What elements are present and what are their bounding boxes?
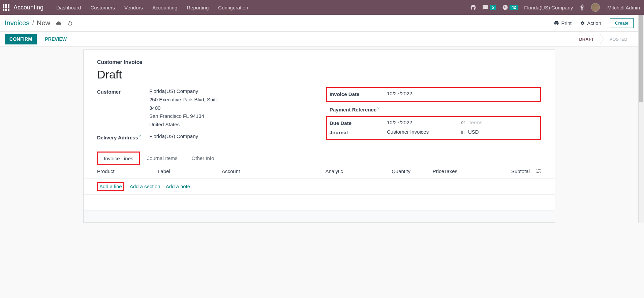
- action-label: Action: [587, 20, 601, 26]
- help-icon[interactable]: ?: [139, 134, 141, 138]
- add-note-link[interactable]: Add a note: [166, 184, 190, 189]
- nav-vendors[interactable]: Vendors: [120, 5, 148, 10]
- form-left-column: Customer Florida(US) Company 250 Executi…: [97, 87, 312, 144]
- breadcrumb-root[interactable]: Invoices: [5, 19, 29, 27]
- nav-dashboard[interactable]: Dashboard: [52, 5, 86, 10]
- form-right-column: Invoice Date 10/27/2022 Payment Referenc…: [326, 87, 541, 144]
- print-button[interactable]: Print: [551, 19, 574, 27]
- status-bar: CONFIRM PREVIEW DRAFT POSTED: [0, 32, 638, 47]
- cloud-save-icon[interactable]: [56, 20, 62, 26]
- col-account[interactable]: Account: [222, 168, 282, 175]
- col-quantity[interactable]: Quantity: [343, 168, 410, 175]
- add-line-link[interactable]: Add a line: [99, 184, 122, 189]
- nav-customers[interactable]: Customers: [86, 5, 120, 10]
- breadcrumb-current: New: [37, 19, 50, 27]
- status-stages: DRAFT POSTED: [573, 34, 634, 44]
- control-bar: Invoices / New Print Action Create: [0, 15, 638, 32]
- chevron-right-icon: [600, 34, 604, 44]
- currency-field[interactable]: USD: [468, 128, 479, 136]
- add-section-link[interactable]: Add a section: [130, 184, 160, 189]
- highlight-add-line: Add a line: [97, 182, 124, 191]
- due-date-label: Due Date: [330, 119, 387, 128]
- sliders-icon: [536, 168, 541, 174]
- activities-badge: 42: [510, 5, 518, 10]
- tab-journal-items[interactable]: Journal Items: [140, 152, 185, 165]
- col-analytic[interactable]: Analytic: [282, 168, 343, 175]
- customer-name: Florida(US) Company: [149, 87, 312, 96]
- sheet-footer: [84, 210, 555, 222]
- addr-line-3: San Francisco FL 94134: [149, 112, 312, 121]
- tab-invoice-lines[interactable]: Invoice Lines: [98, 153, 139, 164]
- col-price[interactable]: Price: [410, 168, 444, 175]
- nav-configuration[interactable]: Configuration: [213, 5, 253, 10]
- chat-icon: [482, 4, 488, 10]
- invoice-date-field[interactable]: 10/27/2022: [387, 90, 538, 98]
- confirm-button[interactable]: CONFIRM: [5, 34, 37, 44]
- col-subtotal[interactable]: Subtotal: [471, 168, 533, 175]
- payment-ref-label: Payment Reference?: [330, 104, 387, 114]
- app-title[interactable]: Accounting: [13, 4, 43, 11]
- form-sheet: Customer Invoice Draft Customer Florida(…: [83, 49, 555, 223]
- lines-grid: Product Label Account Analytic Quantity …: [84, 165, 555, 210]
- addr-line-1: 250 Executive Park Blvd, Suite: [149, 96, 312, 104]
- col-label[interactable]: Label: [158, 168, 222, 175]
- activities-button[interactable]: 42: [502, 4, 518, 10]
- apps-icon[interactable]: [3, 4, 9, 11]
- tools-icon[interactable]: [579, 4, 585, 10]
- tab-other-info[interactable]: Other Info: [185, 152, 221, 165]
- preview-button[interactable]: PREVIEW: [40, 34, 71, 44]
- avatar[interactable]: [591, 3, 600, 12]
- journal-field[interactable]: Customer Invoices in USD: [387, 128, 538, 136]
- help-icon[interactable]: ?: [377, 106, 379, 110]
- scrollbar[interactable]: [638, 15, 644, 223]
- col-taxes[interactable]: Taxes: [444, 168, 471, 175]
- stage-draft[interactable]: DRAFT: [573, 34, 600, 44]
- company-switcher[interactable]: Florida(US) Company: [524, 5, 573, 10]
- printer-icon: [554, 21, 559, 26]
- scroll-thumb[interactable]: [639, 15, 643, 102]
- invoice-date-label: Invoice Date: [330, 90, 387, 99]
- form-subtitle: Customer Invoice: [97, 59, 541, 65]
- col-options[interactable]: [533, 168, 541, 175]
- customer-label: Customer: [97, 87, 149, 96]
- messages-button[interactable]: 5: [482, 4, 496, 10]
- highlight-due-journal: Due Date 10/27/2022 or Terms Journal Cus…: [326, 116, 541, 140]
- grid-header: Product Label Account Analytic Quantity …: [84, 165, 555, 178]
- delivery-label: Delivery Address?: [97, 132, 149, 142]
- nav-reporting[interactable]: Reporting: [182, 5, 213, 10]
- print-label: Print: [561, 20, 572, 26]
- breadcrumb: Invoices / New: [5, 19, 50, 27]
- user-menu[interactable]: Mitchell Admin: [606, 5, 641, 10]
- nav-accounting[interactable]: Accounting: [148, 5, 182, 10]
- breadcrumb-sep: /: [32, 19, 34, 27]
- action-button[interactable]: Action: [577, 19, 604, 27]
- addr-line-2: 3400: [149, 104, 312, 112]
- gear-icon: [580, 21, 585, 26]
- customer-field[interactable]: Florida(US) Company 250 Executive Park B…: [149, 87, 312, 129]
- support-icon[interactable]: [470, 4, 476, 10]
- due-date-field[interactable]: 10/27/2022 or Terms: [387, 119, 538, 127]
- discard-icon[interactable]: [67, 20, 73, 26]
- grid-add-row: Add a line Add a section Add a note: [84, 178, 555, 195]
- addr-line-4: United States: [149, 121, 312, 129]
- journal-label: Journal: [330, 128, 387, 137]
- highlight-invoice-date: Invoice Date 10/27/2022: [326, 87, 541, 102]
- or-text: or: [461, 119, 465, 126]
- clock-icon: [502, 4, 508, 10]
- in-text: in: [461, 128, 465, 136]
- col-product[interactable]: Product: [97, 168, 158, 175]
- stage-posted[interactable]: POSTED: [604, 34, 634, 44]
- tabs: Invoice Lines Journal Items Other Info: [97, 152, 541, 165]
- messages-badge: 5: [490, 5, 496, 10]
- delivery-field[interactable]: Florida(US) Company: [149, 132, 312, 141]
- terms-field[interactable]: Terms: [468, 119, 482, 127]
- form-title: Draft: [97, 68, 541, 81]
- highlight-tab-invoice-lines: Invoice Lines: [97, 152, 140, 165]
- top-navbar: Accounting Dashboard Customers Vendors A…: [0, 0, 644, 15]
- grid-empty-row: [84, 195, 555, 210]
- create-button[interactable]: Create: [610, 18, 634, 28]
